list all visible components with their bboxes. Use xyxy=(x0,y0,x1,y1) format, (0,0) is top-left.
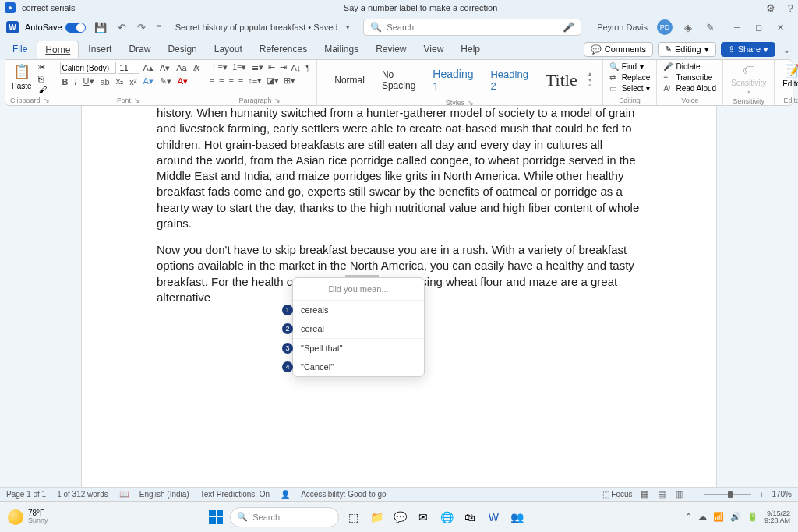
clear-format-icon[interactable]: A̷ xyxy=(191,62,202,74)
web-layout-icon[interactable]: ▥ xyxy=(673,489,684,499)
search-input[interactable] xyxy=(387,23,558,32)
borders-icon[interactable]: ⊞▾ xyxy=(282,75,297,86)
search-box[interactable]: 🔍 🎤 xyxy=(363,19,581,36)
tray-wifi-icon[interactable]: 📶 xyxy=(713,512,724,522)
read-aloud-button[interactable]: A⁾Read Aloud xyxy=(662,83,718,93)
diamond-icon[interactable]: ◈ xyxy=(682,22,694,33)
italic-button[interactable]: I xyxy=(72,76,79,87)
dialog-launcher-icon[interactable]: ↘ xyxy=(134,97,140,104)
autosave-toggle[interactable]: AutoSave xyxy=(25,23,86,33)
document-title[interactable]: Secret history of popular breakfast • Sa… xyxy=(175,23,338,32)
decrease-font-icon[interactable]: A▾ xyxy=(157,62,172,74)
store-icon[interactable]: 🛍 xyxy=(461,508,479,527)
language[interactable]: English (India) xyxy=(139,490,189,499)
zoom-in-button[interactable]: + xyxy=(757,490,765,499)
editor-button[interactable]: 📝 Editor xyxy=(779,62,798,90)
comments-button[interactable]: 💬 Comments xyxy=(584,42,653,57)
dialog-launcher-icon[interactable]: ↘ xyxy=(274,97,281,104)
tab-draw[interactable]: Draw xyxy=(121,41,158,58)
subscript-button[interactable]: x₂ xyxy=(114,76,126,87)
text-predictions[interactable]: Text Predictions: On xyxy=(200,490,270,499)
share-button[interactable]: ⇪ Share ▾ xyxy=(721,42,775,57)
style-heading2[interactable]: Heading 2 xyxy=(484,65,534,95)
task-view-icon[interactable]: ⬚ xyxy=(344,508,362,527)
user-name[interactable]: Peyton Davis xyxy=(597,23,648,32)
tab-review[interactable]: Review xyxy=(368,41,414,58)
dictate-button[interactable]: 🎤Dictate xyxy=(662,62,718,72)
start-button[interactable] xyxy=(207,508,225,527)
taskbar-search[interactable]: 🔍 Search xyxy=(230,507,339,527)
text-effects-icon[interactable]: A▾ xyxy=(140,76,155,87)
pencil-icon[interactable]: ✎ xyxy=(704,22,717,33)
redo-icon[interactable]: ↷ xyxy=(135,22,148,33)
explorer-icon[interactable]: 📁 xyxy=(367,508,386,527)
paragraph-1[interactable]: history. When humanity switched from a h… xyxy=(157,106,641,231)
tab-references[interactable]: References xyxy=(252,41,315,58)
style-nospacing[interactable]: No Spacing xyxy=(376,66,422,94)
focus-mode[interactable]: ⬚ Focus xyxy=(602,490,633,499)
avatar[interactable]: PD xyxy=(657,19,673,35)
ribbon-collapse-icon[interactable]: ⌄ xyxy=(780,44,793,55)
replace-button[interactable]: ⇄Replace xyxy=(608,72,652,83)
tray-clock[interactable]: 9/15/22 9:28 AM xyxy=(764,510,790,524)
highlight-icon[interactable]: ✎▾ xyxy=(157,76,174,87)
zoom-level[interactable]: 170% xyxy=(772,490,792,499)
multilevel-icon[interactable]: ≣▾ xyxy=(250,62,265,73)
tray-onedrive-icon[interactable]: ☁ xyxy=(698,512,707,522)
font-name-select[interactable] xyxy=(60,62,116,74)
tray-volume-icon[interactable]: 🔊 xyxy=(730,512,741,522)
tab-design[interactable]: Design xyxy=(160,41,204,58)
transcribe-button[interactable]: ≡Transcribe xyxy=(662,72,718,83)
cut-icon[interactable]: ✂ xyxy=(37,62,48,73)
style-heading1[interactable]: Heading 1 xyxy=(426,65,479,96)
paste-button[interactable]: 📋 Paste xyxy=(10,62,34,92)
copy-icon[interactable]: ⎘ xyxy=(37,73,48,84)
styles-more-icon[interactable]: ▴▾⁼ xyxy=(588,71,591,90)
editing-mode-button[interactable]: ✎ Editing ▾ xyxy=(658,42,716,57)
tab-layout[interactable]: Layout xyxy=(207,41,250,58)
edge-icon[interactable]: 🌐 xyxy=(437,508,456,527)
correction-option-1[interactable]: 1 cereals xyxy=(293,301,424,319)
undo-icon[interactable]: ↶ xyxy=(115,22,129,33)
correction-option-2[interactable]: 2 cereal xyxy=(293,319,424,338)
close-button[interactable]: ✕ xyxy=(770,19,792,35)
tray-chevron-icon[interactable]: ⌃ xyxy=(685,512,692,522)
minimize-button[interactable]: ─ xyxy=(726,19,748,35)
tab-insert[interactable]: Insert xyxy=(80,41,119,58)
settings-gear-icon[interactable]: ⚙ xyxy=(766,2,775,14)
find-button[interactable]: 🔍Find ▾ xyxy=(608,62,652,72)
font-color-icon[interactable]: A▾ xyxy=(175,76,190,87)
tab-mailings[interactable]: Mailings xyxy=(316,41,366,58)
chevron-down-icon[interactable]: ▾ xyxy=(344,23,352,31)
tab-help[interactable]: Help xyxy=(453,41,488,58)
change-case-icon[interactable]: Aa xyxy=(174,62,189,73)
people-icon[interactable]: 👥 xyxy=(507,508,526,527)
save-icon[interactable]: 💾 xyxy=(92,22,109,33)
underline-button[interactable]: U▾ xyxy=(81,76,97,87)
mic-input-icon[interactable]: 🎤 xyxy=(563,22,574,33)
zoom-out-button[interactable]: − xyxy=(690,490,698,499)
select-button[interactable]: ▭Select ▾ xyxy=(608,83,652,93)
tab-view[interactable]: View xyxy=(416,41,452,58)
word-count[interactable]: 1 of 312 words xyxy=(57,490,108,499)
increase-indent-icon[interactable]: ⇥ xyxy=(278,62,288,73)
bullets-icon[interactable]: ⋮≡▾ xyxy=(208,62,229,73)
style-normal[interactable]: Normal xyxy=(328,72,371,89)
toggle-on-icon[interactable] xyxy=(65,23,86,33)
strikethrough-button[interactable]: ab xyxy=(98,76,112,87)
maximize-button[interactable]: ◻ xyxy=(748,19,770,35)
help-icon[interactable]: ? xyxy=(788,2,793,14)
tab-file[interactable]: File xyxy=(5,41,35,58)
shading-icon[interactable]: ◪▾ xyxy=(265,75,281,86)
bold-button[interactable]: B xyxy=(60,76,71,87)
numbering-icon[interactable]: 1≡▾ xyxy=(231,62,249,73)
read-mode-icon[interactable]: ▦ xyxy=(639,489,650,499)
align-left-icon[interactable]: ≡ xyxy=(208,76,216,86)
superscript-button[interactable]: x² xyxy=(127,76,139,87)
correction-option-3[interactable]: 3 "Spell that" xyxy=(293,338,424,358)
dialog-launcher-icon[interactable]: ↘ xyxy=(44,97,50,104)
style-title[interactable]: Title xyxy=(539,67,584,93)
line-spacing-icon[interactable]: ↕≡▾ xyxy=(246,75,263,86)
justify-icon[interactable]: ≡ xyxy=(237,76,245,86)
align-right-icon[interactable]: ≡ xyxy=(227,76,235,86)
